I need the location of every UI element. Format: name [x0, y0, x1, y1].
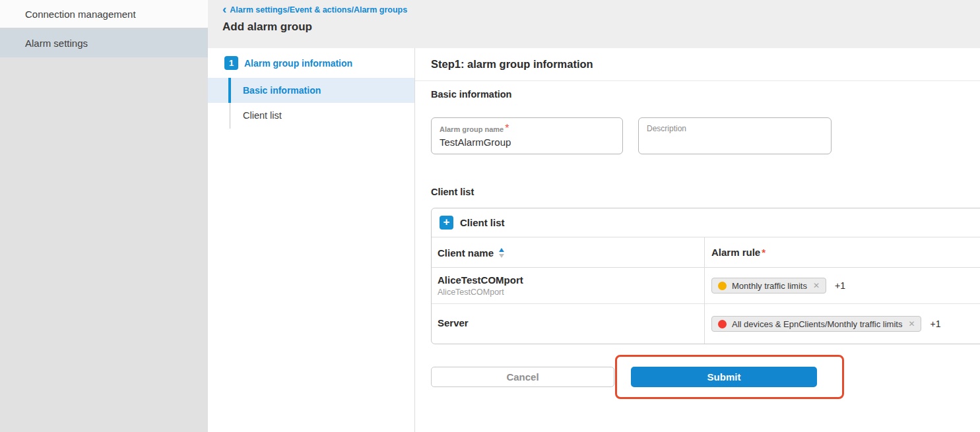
sort-asc-icon	[499, 248, 504, 252]
severity-dot-icon	[718, 282, 727, 290]
client-list-card-header: + Client list	[432, 208, 980, 237]
description-field[interactable]	[638, 117, 832, 154]
table-row: AliceTestCOMport AliceTestCOMport Monthl…	[432, 268, 980, 304]
client-name: AliceTestCOMport	[438, 274, 523, 286]
step-nav-panel: 1 Alarm group information Basic informat…	[208, 48, 415, 432]
page-title: Add alarm group	[222, 20, 312, 34]
sort-control[interactable]	[499, 248, 504, 258]
add-client-button[interactable]: +	[440, 216, 453, 230]
sidebar-item-label: Alarm settings	[25, 38, 88, 49]
cancel-button[interactable]: Cancel	[431, 367, 614, 387]
alarm-rule-label: Monthly traffic limits	[732, 281, 807, 291]
severity-dot-icon	[718, 320, 727, 328]
sidebar-item-connection-management[interactable]: Connection management	[0, 0, 208, 28]
alarm-rule-cell: Monthly traffic limits ✕ +1	[711, 268, 845, 303]
alarm-rule-tag: All devices & EpnClients/Monthly traffic…	[711, 316, 921, 332]
remove-tag-icon[interactable]: ✕	[908, 319, 915, 328]
client-list-heading: Client list	[431, 187, 474, 197]
main-content: Step1: alarm group information Basic inf…	[415, 48, 980, 432]
plus-icon: +	[443, 216, 450, 228]
alarm-rule-label: All devices & EpnClients/Monthly traffic…	[732, 319, 902, 329]
step-number-badge: 1	[224, 56, 238, 70]
column-label: Alarm rule	[711, 247, 760, 258]
alarm-rule-cell: All devices & EpnClients/Monthly traffic…	[711, 304, 940, 344]
table-header-row: Client name Alarm rule*	[432, 237, 980, 268]
submit-button[interactable]: Submit	[631, 367, 817, 387]
step-content-title: Step1: alarm group information	[431, 58, 593, 71]
page-header: ‹ Alarm settings/Event & actions/Alarm g…	[208, 0, 980, 48]
extra-rules-count[interactable]: +1	[930, 319, 940, 329]
basic-information-heading: Basic information	[431, 89, 511, 100]
alarm-group-name-field[interactable]: Alarm group name*	[431, 117, 623, 154]
substep-label: Basic information	[243, 78, 321, 103]
alarm-rule-tag: Monthly traffic limits ✕	[711, 278, 826, 293]
substep-client-list[interactable]: Client list	[208, 103, 414, 129]
sidebar-item-alarm-settings[interactable]: Alarm settings	[0, 28, 208, 57]
client-subtitle: AliceTestCOMport	[438, 288, 523, 297]
app-window: Connection management Alarm settings ‹ A…	[0, 0, 980, 432]
sidebar-item-label: Connection management	[25, 9, 136, 20]
alarm-group-name-label: Alarm group name	[440, 125, 504, 133]
column-header-alarm-rule: Alarm rule*	[711, 237, 766, 268]
title-divider	[415, 80, 980, 81]
step-1-header[interactable]: 1 Alarm group information	[224, 56, 352, 70]
table-row: Server All devices & EpnClients/Monthly …	[432, 304, 980, 344]
client-name-cell: AliceTestCOMport AliceTestCOMport	[438, 268, 523, 303]
breadcrumb-path: Alarm settings/Event & actions/Alarm gro…	[230, 5, 407, 15]
back-chevron-icon: ‹	[222, 4, 226, 15]
substep-label: Client list	[243, 103, 282, 129]
app-sidebar: Connection management Alarm settings	[0, 0, 208, 432]
description-input[interactable]	[639, 118, 831, 154]
client-list-card: + Client list Client name Alarm rule*	[431, 208, 980, 344]
sort-desc-icon	[499, 254, 504, 258]
column-label: Client name	[438, 247, 494, 259]
required-asterisk: *	[762, 247, 766, 258]
breadcrumb[interactable]: ‹ Alarm settings/Event & actions/Alarm g…	[222, 5, 407, 15]
active-substep-bar	[228, 78, 231, 103]
client-list-card-title: Client list	[460, 208, 505, 237]
client-name-cell: Server	[438, 304, 469, 344]
required-asterisk: *	[505, 123, 509, 134]
extra-rules-count[interactable]: +1	[835, 280, 845, 291]
client-name: Server	[438, 317, 469, 328]
column-divider	[704, 237, 705, 344]
substep-basic-information[interactable]: Basic information	[208, 78, 414, 103]
column-header-client-name[interactable]: Client name	[438, 237, 504, 268]
alarm-group-name-input[interactable]	[440, 137, 614, 148]
step-label: Alarm group information	[244, 58, 352, 69]
remove-tag-icon[interactable]: ✕	[813, 281, 820, 290]
